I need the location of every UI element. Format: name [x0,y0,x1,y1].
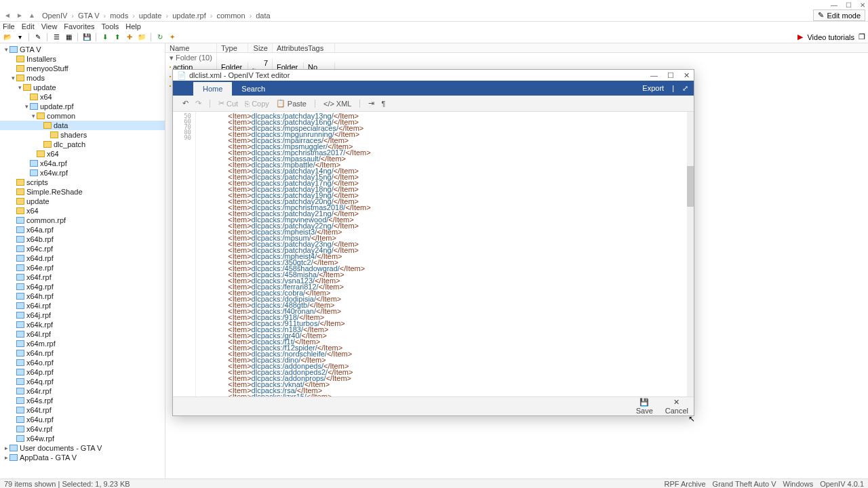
tree-item[interactable]: x64f.rpf [0,272,165,282]
tree-item[interactable]: menyooStuff [0,64,165,73]
open-icon[interactable]: 📂 [3,33,12,42]
code-area[interactable]: <Item>dlcpacks:/patchday13ng/</Item> <It… [196,112,694,396]
tree-item[interactable]: ▸User documents - GTA V [0,443,165,453]
col-type[interactable]: Type [217,43,248,52]
youtube-icon[interactable]: ▶ [797,33,803,41]
grid-icon[interactable]: ▦ [64,33,73,42]
editor-titlebar[interactable]: 📄 dlclist.xml - OpenIV Text editor — ☐ ✕ [173,70,694,81]
video-tutorials-link[interactable]: Video tutorials [807,33,854,41]
col-attributes[interactable]: Attributes [273,43,304,52]
tree-item[interactable]: ▸AppData - GTA V [0,453,165,462]
tree-item[interactable]: x64g.rpf [0,282,165,291]
tree-item[interactable]: ▾mods [0,73,165,83]
editor-scrollbar[interactable] [687,112,694,396]
crumb-update[interactable]: update [139,12,162,20]
tree-item[interactable]: x64s.rpf [0,396,165,405]
crumb-data[interactable]: data [256,12,270,20]
export-button[interactable]: Export [642,84,664,92]
tree-item[interactable]: x64w.rpf [0,168,165,178]
menu-file[interactable]: File [3,22,15,30]
export-icon[interactable]: ⬇ [100,33,110,42]
cancel-button[interactable]: ✕ Cancel [665,398,688,415]
tree-item[interactable]: x64q.rpf [0,377,165,386]
tree-item[interactable]: x64p.rpf [0,367,165,377]
tree-item[interactable]: x64l.rpf [0,329,165,339]
tree-item[interactable]: x64w.rpf [0,434,165,443]
refresh-icon[interactable]: ↻ [155,33,165,42]
tree-item[interactable]: x64e.rpf [0,263,165,272]
tree-item[interactable]: x64b.rpf [0,235,165,244]
tree-item[interactable]: x64a.rpf [0,225,165,235]
tree-item[interactable]: ▾GTA V [0,45,165,54]
tree-item[interactable]: update [0,197,165,206]
tree-item[interactable]: ▾common [0,111,165,121]
expand-icon[interactable]: ▾ [30,113,37,119]
expand-icon[interactable]: ▾ [9,75,16,81]
expand-icon[interactable]: ▾ [3,46,9,53]
tree-item[interactable]: x64 [0,149,165,159]
save-all-icon[interactable]: 💾 [82,33,92,42]
editor-maximize[interactable]: ☐ [667,71,674,80]
new-icon[interactable]: ▾ [15,33,24,42]
scroll-thumb[interactable] [687,166,694,207]
tree-item[interactable]: x64c.rpf [0,244,165,253]
tree-item[interactable]: scripts [0,178,165,187]
tree-item[interactable]: Installers [0,54,165,64]
menu-view[interactable]: View [41,22,58,30]
editor-close[interactable]: ✕ [684,71,690,80]
plugin-icon[interactable]: ✦ [167,33,177,42]
tree-item[interactable]: x64r.rpf [0,386,165,396]
redo-button[interactable]: ↷ [195,99,201,108]
edit-mode-toggle[interactable]: ✎ Edit mode [813,9,865,21]
tree-item[interactable]: x64i.rpf [0,301,165,310]
expand-icon[interactable]: ▸ [3,445,9,451]
expand-icon[interactable]: ⤢ [682,84,688,93]
tree-item[interactable]: x64 [0,92,165,102]
nav-up-icon[interactable]: ▲ [27,11,37,20]
tree-item[interactable]: data [0,121,165,130]
folder-tree[interactable]: ▾GTA VInstallersmenyooStuff▾mods▾updatex… [0,43,165,483]
tree-item[interactable]: x64t.rpf [0,405,165,415]
crumb-mods[interactable]: mods [110,12,128,20]
tree-item[interactable]: x64d.rpf [0,253,165,263]
paste-button[interactable]: 📋 Paste [276,99,307,108]
col-tags[interactable]: Tags [304,43,335,52]
tree-item[interactable]: common.rpf [0,216,165,225]
tree-item[interactable]: x64a.rpf [0,159,165,168]
column-headers[interactable]: Name Type Size Attributes Tags [165,43,868,53]
tree-item[interactable]: ▾update [0,83,165,92]
cut-button[interactable]: ✂ Cut [218,99,238,108]
tree-item[interactable]: Simple.ReShade [0,187,165,197]
nav-back-icon[interactable]: ◄ [3,11,12,20]
tree-item[interactable]: x64 [0,206,165,216]
menu-help[interactable]: Help [125,22,141,30]
crumb-openiv[interactable]: OpenIV [42,12,67,20]
import-icon[interactable]: ⬆ [113,33,122,42]
col-size[interactable]: Size [248,43,273,52]
edit-icon[interactable]: ✎ [33,33,43,42]
copy-button[interactable]: ⎘ Copy [245,100,269,108]
window-close[interactable]: ✕ [860,1,865,9]
add-icon[interactable]: ✚ [125,33,134,42]
chevron-down-icon[interactable]: ▾ [170,54,174,62]
paragraph-icon[interactable]: ¶ [381,100,385,108]
expand-icon[interactable]: ▾ [23,103,30,110]
tree-item[interactable]: x64o.rpf [0,358,165,367]
save-button[interactable]: 💾 Save [636,398,653,415]
expand-icon[interactable]: ▸ [3,454,9,461]
tree-item[interactable]: x64k.rpf [0,320,165,329]
tree-item[interactable]: shaders [0,130,165,140]
list-icon[interactable]: ☰ [52,33,61,42]
tree-item[interactable]: x64h.rpf [0,291,165,301]
window-maximize[interactable]: ☐ [846,1,852,9]
editor-body[interactable]: 50 60 70 80 90 <Item>dlcpacks:/patchday1… [173,112,694,396]
view-toggle-icon[interactable]: ❐ [859,33,865,41]
editor-minimize[interactable]: — [650,71,658,80]
col-name[interactable]: Name [165,43,217,52]
tab-home[interactable]: Home [193,82,232,96]
tab-search[interactable]: Search [232,82,275,96]
undo-button[interactable]: ↶ [182,99,189,108]
tree-item[interactable]: x64v.rpf [0,424,165,434]
nav-forward-icon[interactable]: ► [15,11,24,20]
crumb-update.rpf[interactable]: update.rpf [172,12,206,20]
